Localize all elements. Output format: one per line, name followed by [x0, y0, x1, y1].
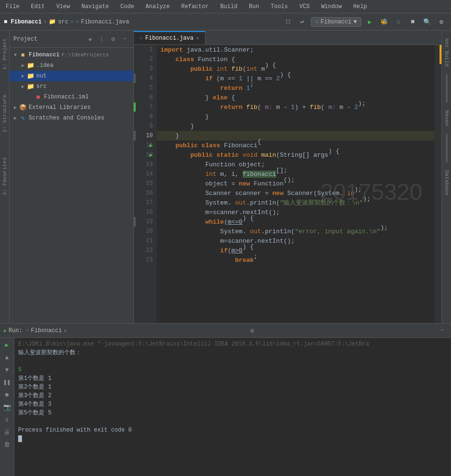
menu-tools[interactable]: Tools [269, 2, 290, 11]
line-num-14[interactable]: 14 [134, 169, 157, 179]
line-num-5[interactable]: 5 [134, 83, 157, 93]
tree-item-idea[interactable]: ▶ 📁 .idea [10, 60, 133, 71]
tree-item-out[interactable]: ▶ 📁 out [10, 71, 133, 81]
toolbar-build-btn[interactable]: □ [282, 16, 294, 28]
line-num-9[interactable]: 9 [134, 121, 157, 131]
tree-item-scratches[interactable]: ▶ ✎ Scratches and Consoles [10, 113, 133, 123]
menu-build[interactable]: Build [218, 2, 239, 11]
search-everywhere-btn[interactable]: 🔍 [421, 16, 433, 28]
line-num-3[interactable]: 3 [134, 64, 157, 74]
tree-item-fibonacci[interactable]: ▼ ■ Fibonacci F:\IdeaProjects [10, 50, 133, 60]
breadcrumb-project[interactable]: ■ Fibonacci [4, 19, 42, 25]
tree-label-iml: Fibonacci.iml [44, 94, 89, 100]
right-tab-ant[interactable]: Ant Build [443, 34, 451, 70]
sidebar-add-btn[interactable]: ✚ [86, 34, 95, 44]
line-num-4[interactable]: 4 [134, 74, 157, 83]
line-num-19[interactable]: 19 [134, 217, 157, 227]
code-line-7: return fib( m: m - 1) + fib( m: m - 2); [157, 102, 435, 112]
print-btn[interactable]: 🖨 [2, 427, 12, 437]
tree-item-src[interactable]: ▶ 📁 src [10, 81, 133, 92]
pause-btn[interactable]: ❚❚ [2, 377, 12, 388]
run-indicator-icon: ▶ [4, 328, 7, 334]
sidebar-gear-btn[interactable]: ⚙ [108, 34, 118, 44]
line-num-17[interactable]: 17 [134, 198, 157, 207]
scratch-icon: ✎ [19, 114, 27, 122]
debug-button[interactable]: 🐝 [378, 16, 390, 28]
code-line-22: if(m>0) { [157, 246, 435, 255]
tree-item-iml[interactable]: ■ Fibonacci.iml [10, 92, 133, 102]
line-num-7[interactable]: 7 [134, 102, 157, 112]
menu-run[interactable]: Run [247, 2, 261, 11]
line-num-23[interactable]: 23 [134, 255, 157, 265]
left-tab-favorites[interactable]: 2: Favorites [1, 153, 9, 199]
breadcrumb-src[interactable]: src [58, 19, 68, 25]
bottom-minimize-btn[interactable]: − [438, 326, 447, 335]
tab-close-btn[interactable]: ✕ [196, 35, 199, 41]
line-num-13[interactable]: 13 [134, 160, 157, 169]
line-num-1[interactable]: 1 [134, 45, 157, 54]
stop-btn[interactable]: ■ [2, 389, 12, 400]
breadcrumb-file[interactable]: Fibonacci.java [81, 19, 129, 25]
menu-edit[interactable]: Edit [29, 2, 47, 11]
menu-window[interactable]: Window [319, 2, 344, 11]
line-num-18[interactable]: 18 [134, 207, 157, 217]
menu-view[interactable]: View [54, 2, 72, 11]
line-num-21[interactable]: 21 [134, 236, 157, 246]
menu-file[interactable]: File [4, 2, 21, 11]
left-tab-project[interactable]: 1: Project [1, 34, 9, 74]
editor-tabs: ○ Fibonacci.java ✕ [134, 31, 441, 45]
line-numbers: 1 2 3 4 5 6 7 8 9 [134, 45, 157, 323]
menu-help[interactable]: Help [351, 2, 369, 11]
coverage-button[interactable]: ♘ [393, 16, 404, 28]
bottom-tab-fibonacci[interactable]: ○ Fibonacci ✕ [26, 327, 67, 334]
code-line-20: System. out.println("error, input again.… [157, 227, 435, 236]
toolbar: ■ Fibonacci › 📁 src › ○ Fibonacci.java □… [0, 13, 451, 31]
run-button[interactable]: ▶ [364, 16, 376, 28]
clear-btn[interactable]: 🗑 [2, 439, 12, 450]
line-num-2[interactable]: 2 [134, 54, 157, 64]
sidebar-close-btn[interactable]: − [120, 34, 129, 44]
code-content[interactable]: import java.util.Scanner; class Function… [157, 45, 435, 323]
menu-vcs[interactable]: VCS [298, 2, 312, 11]
tab-filename: Fibonacci.java [145, 35, 193, 42]
right-tab-database[interactable]: Database [443, 166, 451, 199]
lib-icon: 📦 [19, 104, 27, 111]
toolbar-revert-btn[interactable]: ↩ [297, 16, 308, 28]
run-btn[interactable]: ▶ [2, 340, 12, 350]
line-num-22[interactable]: 22 [134, 246, 157, 255]
scroll-up-btn[interactable]: ▲ [2, 352, 12, 363]
tab-java-icon: ○ [140, 36, 142, 41]
menu-analyze[interactable]: Analyze [144, 2, 172, 11]
stop-button[interactable]: ■ [407, 16, 419, 28]
editor-tab-fibonacci[interactable]: ○ Fibonacci.java ✕ [134, 31, 205, 44]
line-num-11[interactable]: ▶ 11 [134, 141, 157, 150]
scroll-end-btn[interactable]: ↧ [2, 414, 12, 425]
sidebar-scroll-btn[interactable]: ↕ [97, 34, 107, 44]
line-num-20[interactable]: 20 [134, 227, 157, 236]
output-line-exit: Process finished with exit code 0 [18, 426, 447, 434]
line-num-12[interactable]: ▶ 12 [134, 150, 157, 160]
line-num-10[interactable]: 10 [134, 131, 157, 141]
line-num-15[interactable]: 15 [134, 179, 157, 188]
run-config-selector[interactable]: ○ Fibonacci ▼ [311, 17, 361, 27]
scroll-down-btn[interactable]: ▼ [2, 365, 12, 375]
left-tab-structure[interactable]: 2: Structure [1, 91, 9, 136]
line-num-16[interactable]: 16 [134, 188, 157, 198]
bottom-settings-btn[interactable]: ⚙ [247, 326, 257, 335]
line-num-6[interactable]: 6 [134, 93, 157, 102]
menu-code[interactable]: Code [118, 2, 136, 11]
src-folder-icon: 📁 [27, 83, 34, 90]
tree-arrow-extlibs: ▶ [11, 104, 19, 111]
output-area[interactable]: E:\JDK1.8\bin\java.exe "-javaagent:F:\Je… [14, 338, 451, 476]
menu-navigate[interactable]: Navigate [79, 2, 111, 11]
line-num-8[interactable]: 8 [134, 112, 157, 121]
camera-btn[interactable]: 📷 [2, 402, 12, 412]
menu-refactor[interactable]: Refactor [179, 2, 211, 11]
settings-btn[interactable]: ⚙ [436, 16, 447, 28]
tree-item-extlibs[interactable]: ▶ 📦 External Libraries [10, 102, 133, 113]
right-tab-maven[interactable]: Maven [443, 107, 451, 130]
code-editor[interactable]: 1 2 3 4 5 6 7 8 9 [134, 45, 441, 323]
menu-bar: File Edit View Navigate Code Analyze Ref… [0, 0, 451, 13]
bottom-tab-close-btn[interactable]: ✕ [64, 328, 67, 334]
right-scroll-area[interactable] [435, 45, 441, 323]
